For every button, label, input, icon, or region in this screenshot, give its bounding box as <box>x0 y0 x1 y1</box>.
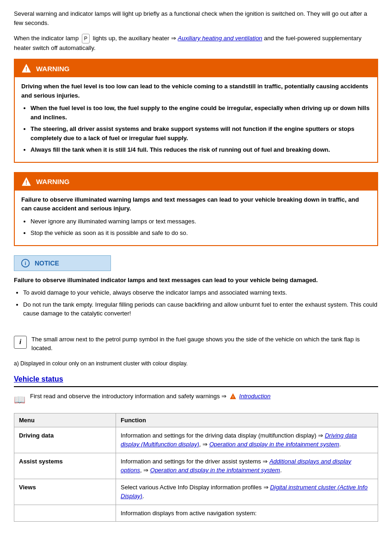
table-col-menu: Menu <box>14 413 116 427</box>
table-row: Assist systems Information and settings … <box>14 453 378 479</box>
introduction-link[interactable]: Introduction <box>239 393 270 400</box>
table-cell-menu: Views <box>14 479 116 505</box>
notice-circle-icon: i <box>21 259 30 268</box>
book-note-mid: information and safety warnings <box>135 393 220 400</box>
table-cell-menu <box>14 505 116 522</box>
svg-text:!: ! <box>25 179 27 185</box>
notice-bullets: To avoid damage to your vehicle, always … <box>23 288 378 318</box>
book-icon: 📖 <box>14 393 25 407</box>
warning1-bullet3: Always fill the tank when it is still 1/… <box>31 146 330 153</box>
list-item: The steering, all driver assist systems … <box>31 124 371 142</box>
warning-header-2: ! WARNING <box>15 173 377 191</box>
book-note-prefix: First read and observe the introductory <box>30 393 133 400</box>
table-cell-function: Select various Active Info Display infor… <box>116 479 378 505</box>
auxiliary-heating-link[interactable]: Auxiliary heating and ventilation <box>178 35 263 42</box>
info-icon: i <box>14 336 27 349</box>
warning-box-1: ! WARNING Driving when the fuel level is… <box>14 59 378 163</box>
intro-para1: Several warning and indicator lamps will… <box>14 9 378 27</box>
function-text: Information and settings for the driver … <box>121 458 263 465</box>
operation-display-link-1[interactable]: Operation and display in the infotainmen… <box>209 441 339 448</box>
list-item: When the fuel level is too low, the fuel… <box>31 104 371 122</box>
notice-box: i NOTICE Failure to observe illuminated … <box>14 255 378 326</box>
warning2-bold: Failure to observe illuminated warning l… <box>21 195 371 213</box>
list-item: To avoid damage to your vehicle, always … <box>23 288 378 297</box>
notice-label: NOTICE <box>35 259 59 267</box>
vehicle-status-section: Vehicle status 📖 First read and observe … <box>14 375 378 522</box>
list-item: Never ignore any illuminated warning lam… <box>31 217 371 226</box>
warning-header-1: ! WARNING <box>15 60 377 77</box>
table-cell-menu: Driving data <box>14 427 116 453</box>
operation-display-link-2[interactable]: Operation and display in the infotainmen… <box>150 467 280 474</box>
svg-text:i: i <box>24 260 26 266</box>
warning1-bullet2: The steering, all driver assist systems … <box>31 125 355 142</box>
list-item: Always fill the tank when it is still 1/… <box>31 145 371 154</box>
table-cell-function: Information displays from active navigat… <box>116 505 378 522</box>
table-cell-function: Information and settings for the driver … <box>116 453 378 479</box>
warning-body-2: Failure to observe illuminated warning l… <box>15 191 377 245</box>
book-note-text: First read and observe the introductory … <box>30 392 270 401</box>
svg-text:!: ! <box>232 395 233 399</box>
function-text: Information displays from active navigat… <box>121 510 257 517</box>
notice-bold: Failure to observe illuminated indicator… <box>14 276 378 285</box>
table-cell-function: Information and settings for the driving… <box>116 427 378 453</box>
list-item: Stop the vehicle as soon as it is possib… <box>31 228 371 238</box>
info-note: i The small arrow next to the petrol pum… <box>14 335 378 353</box>
function-text: Select various Active Info Display infor… <box>121 484 263 491</box>
warning-box-2: ! WARNING Failure to observe illuminated… <box>14 172 378 246</box>
intro-para2: When the indicator lamp P lights up, the… <box>14 34 378 52</box>
svg-text:!: ! <box>25 66 27 73</box>
table-row: Views Select various Active Info Display… <box>14 479 378 505</box>
intro-para2-start: When the indicator lamp <box>14 35 80 42</box>
table-row: Driving data Information and settings fo… <box>14 427 378 453</box>
info-note-text: The small arrow next to the petrol pump … <box>31 335 378 353</box>
notice-header: i NOTICE <box>14 255 111 271</box>
indicator-lamp-icon: P <box>82 34 90 43</box>
warning-small-icon: ! <box>229 393 237 400</box>
warning1-bold: Driving when the fuel level is too low c… <box>21 82 371 100</box>
warning-label-2: WARNING <box>36 178 70 185</box>
warning2-bullets: Never ignore any illuminated warning lam… <box>31 217 371 238</box>
warning-triangle-icon-2: ! <box>21 177 31 187</box>
warning1-bullet1: When the fuel level is too low, the fuel… <box>31 105 369 121</box>
table-col-function: Function <box>116 413 378 427</box>
warning-label-1: WARNING <box>36 65 70 73</box>
footnote: a) Displayed in colour only on an instru… <box>14 359 378 368</box>
vehicle-status-table: Menu Function Driving data Information a… <box>14 413 378 522</box>
list-item: Do not run the tank empty. Irregular fil… <box>23 300 378 318</box>
warning-triangle-icon-1: ! <box>21 63 31 74</box>
table-row: Information displays from active navigat… <box>14 505 378 522</box>
section-title: Vehicle status <box>14 375 378 387</box>
table-header-row: Menu Function <box>14 413 378 427</box>
warning1-bullets: When the fuel level is too low, the fuel… <box>31 104 371 154</box>
intro-para2-mid: lights up, the auxiliary heater <box>93 35 171 42</box>
table-cell-menu: Assist systems <box>14 453 116 479</box>
function-text: Information and settings for the driving… <box>121 432 318 439</box>
notice-body: Failure to observe illuminated indicator… <box>14 271 378 326</box>
warning-body-1: Driving when the fuel level is too low c… <box>15 77 377 162</box>
book-note: 📖 First read and observe the introductor… <box>14 392 378 407</box>
